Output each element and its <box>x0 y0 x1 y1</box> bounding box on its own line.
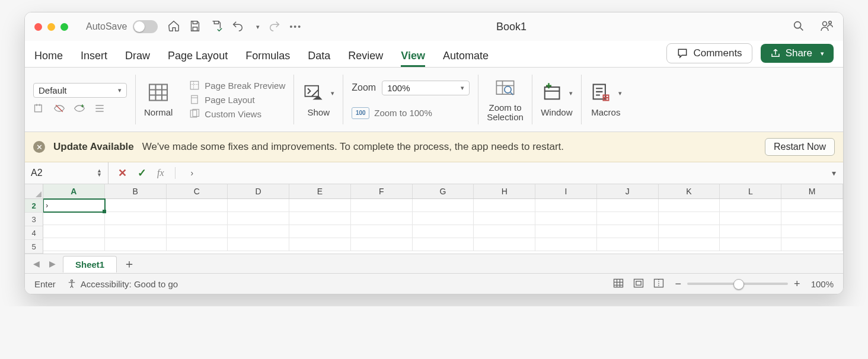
row-header[interactable]: 4 <box>25 226 43 240</box>
cell[interactable] <box>597 238 659 251</box>
tab-page-layout[interactable]: Page Layout <box>168 50 228 67</box>
account-icon[interactable] <box>819 19 834 35</box>
zoom-percent[interactable]: 100% <box>811 279 834 289</box>
cell[interactable] <box>351 212 413 225</box>
more-icon[interactable]: ••• <box>289 22 302 31</box>
cell[interactable] <box>474 238 535 251</box>
expand-formula-bar[interactable]: ▾ <box>825 168 843 178</box>
zoom-to-selection-button[interactable]: Zoom toSelection <box>478 70 532 129</box>
close-window[interactable] <box>34 23 42 31</box>
sheet-view-dropdown[interactable]: Default ▾ <box>33 83 127 98</box>
cancel-formula-icon[interactable]: ✕ <box>118 166 127 180</box>
cell[interactable] <box>535 225 597 238</box>
minimize-window[interactable] <box>47 23 55 31</box>
comments-button[interactable]: Comments <box>666 43 752 63</box>
formula-input[interactable]: › <box>185 168 825 178</box>
cell[interactable]: › <box>43 199 105 212</box>
cell[interactable] <box>474 199 535 212</box>
tab-formulas[interactable]: Formulas <box>245 50 290 67</box>
undo-icon[interactable] <box>231 20 244 34</box>
accept-formula-icon[interactable]: ✓ <box>138 166 146 180</box>
cell[interactable] <box>167 225 228 238</box>
autosave-toggle[interactable] <box>133 20 158 33</box>
cell[interactable] <box>167 238 228 251</box>
cell[interactable] <box>781 199 843 212</box>
cell[interactable] <box>43 225 105 238</box>
fx-icon[interactable]: fx <box>157 168 164 178</box>
cell[interactable] <box>105 225 167 238</box>
tab-insert[interactable]: Insert <box>81 50 107 67</box>
exit-view-icon[interactable] <box>53 102 65 116</box>
close-banner-button[interactable]: ✕ <box>33 141 45 153</box>
cell[interactable] <box>413 212 474 225</box>
cell[interactable] <box>43 212 105 225</box>
column-header[interactable]: A <box>43 184 105 198</box>
sheet-nav-prev[interactable]: ◀ <box>31 259 42 268</box>
tab-draw[interactable]: Draw <box>125 50 150 67</box>
maximize-window[interactable] <box>60 23 68 31</box>
cell[interactable] <box>413 225 474 238</box>
column-header[interactable]: C <box>167 184 228 198</box>
redo-icon[interactable] <box>268 20 281 34</box>
cell[interactable] <box>228 199 289 212</box>
column-header[interactable]: D <box>228 184 289 198</box>
cell[interactable] <box>289 238 351 251</box>
column-header[interactable]: B <box>105 184 167 198</box>
restart-now-button[interactable]: Restart Now <box>765 138 835 156</box>
options-view-icon[interactable] <box>94 102 106 116</box>
cell[interactable] <box>289 199 351 212</box>
zoom-slider[interactable]: − + <box>675 278 800 290</box>
window-dropdown[interactable]: ▾ Window <box>532 70 581 129</box>
save-icon[interactable] <box>189 20 202 34</box>
cell[interactable] <box>535 238 597 251</box>
tab-home[interactable]: Home <box>34 50 63 67</box>
macros-dropdown[interactable]: ▾ Macros <box>582 70 630 129</box>
zoom-thumb[interactable] <box>733 279 744 290</box>
cell[interactable] <box>720 199 781 212</box>
row-header[interactable]: 3 <box>25 213 43 226</box>
keep-view-icon[interactable] <box>33 102 45 116</box>
column-header[interactable]: H <box>474 184 535 198</box>
cell[interactable] <box>105 212 167 225</box>
column-header[interactable]: E <box>289 184 351 198</box>
cell[interactable] <box>413 238 474 251</box>
tab-data[interactable]: Data <box>308 50 330 67</box>
cell[interactable] <box>535 212 597 225</box>
tab-view[interactable]: View <box>401 50 425 67</box>
cell[interactable] <box>535 199 597 212</box>
show-dropdown[interactable]: ▾ Show <box>294 70 343 129</box>
normal-view-button[interactable]: Normal <box>136 70 181 129</box>
column-header[interactable]: G <box>413 184 474 198</box>
page-break-preview-button[interactable]: Page Break Preview <box>189 80 285 91</box>
tab-review[interactable]: Review <box>348 50 383 67</box>
sheet-tab-active[interactable]: Sheet1 <box>63 256 117 273</box>
name-box-spinner[interactable]: ▲▼ <box>97 169 102 177</box>
cell[interactable] <box>659 199 720 212</box>
zoom-dropdown[interactable]: 100% ▾ <box>382 81 470 95</box>
cell[interactable] <box>597 212 659 225</box>
cell[interactable] <box>105 238 167 251</box>
cell[interactable] <box>659 212 720 225</box>
cell[interactable] <box>167 212 228 225</box>
custom-views-button[interactable]: Custom Views <box>189 108 261 119</box>
cell[interactable] <box>474 212 535 225</box>
name-box[interactable]: A2 ▲▼ <box>25 162 108 184</box>
page-layout-button[interactable]: Page Layout <box>189 94 254 105</box>
cell[interactable] <box>781 238 843 251</box>
cell[interactable] <box>597 225 659 238</box>
column-header[interactable]: F <box>351 184 413 198</box>
cell[interactable] <box>474 225 535 238</box>
zoom-in-button[interactable]: + <box>794 278 800 290</box>
select-all-corner[interactable] <box>25 184 43 199</box>
cell[interactable] <box>659 238 720 251</box>
cell[interactable] <box>413 199 474 212</box>
save-as-icon[interactable] <box>210 20 223 34</box>
cell[interactable] <box>228 212 289 225</box>
add-sheet-button[interactable]: ＋ <box>122 256 137 271</box>
zoom-out-button[interactable]: − <box>675 278 682 290</box>
cell[interactable] <box>167 199 228 212</box>
sheet-nav-next[interactable]: ▶ <box>47 259 58 268</box>
tab-automate[interactable]: Automate <box>443 50 489 67</box>
column-header[interactable]: K <box>659 184 720 198</box>
cell[interactable] <box>228 238 289 251</box>
